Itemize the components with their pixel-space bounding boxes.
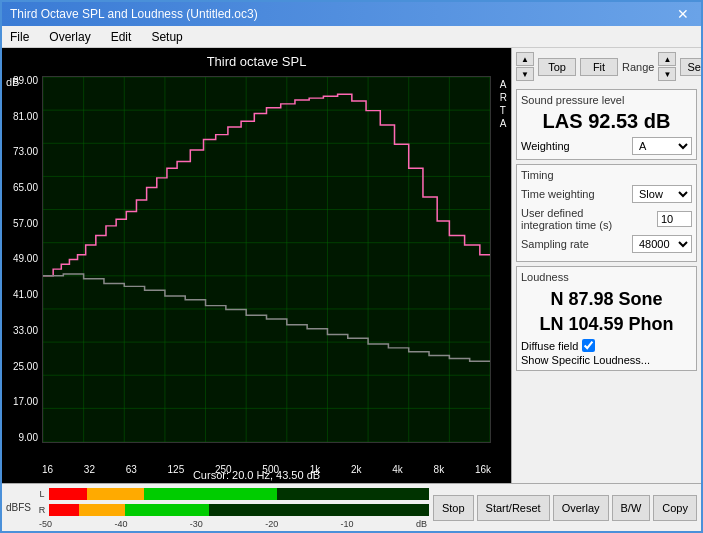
menu-overlay[interactable]: Overlay (45, 28, 94, 46)
chart-svg (43, 77, 490, 442)
sampling-select[interactable]: 48000 44100 96000 (632, 235, 692, 253)
top-button[interactable]: Top (538, 58, 576, 76)
x-label-7: 2k (351, 464, 362, 475)
integration-input[interactable]: 10 (657, 211, 692, 227)
left-meter-bar (49, 488, 429, 500)
chart-area: dB Third octave SPL ARTA 89.00 81.00 73.… (2, 48, 511, 483)
right-meter-bar (49, 504, 429, 516)
tick-2: -30 (190, 519, 203, 529)
menu-setup[interactable]: Setup (147, 28, 186, 46)
specific-row: Show Specific Loudness... (521, 354, 692, 366)
dbfs-label: dBFS (6, 502, 31, 513)
title-bar: Third Octave SPL and Loudness (Untitled.… (2, 2, 701, 26)
cursor-info: Cursor: 20.0 Hz, 43.50 dB (193, 469, 320, 481)
main-content: dB Third octave SPL ARTA 89.00 81.00 73.… (2, 48, 701, 483)
sampling-label: Sampling rate (521, 238, 632, 250)
spl-title: Sound pressure level (521, 94, 692, 106)
y-label-3: 65.00 (13, 183, 38, 193)
range-arrow-up[interactable]: ▲ (658, 52, 676, 66)
right-meter-row: R (37, 503, 429, 517)
set-button[interactable]: Set (680, 58, 701, 76)
loudness-value: N 87.98 Sone LN 104.59 Phon (521, 287, 692, 337)
integration-row: User definedintegration time (s) 10 (521, 207, 692, 231)
y-label-9: 17.00 (13, 397, 38, 407)
x-label-9: 8k (434, 464, 445, 475)
tick-1: -40 (114, 519, 127, 529)
tick-0: -50 (39, 519, 52, 529)
x-label-2: 63 (126, 464, 137, 475)
timing-title: Timing (521, 169, 692, 181)
tick-4: -10 (341, 519, 354, 529)
range-label: Range (622, 61, 654, 73)
menu-bar: File Overlay Edit Setup (2, 26, 701, 48)
y-label-5: 49.00 (13, 254, 38, 264)
loudness-section: Loudness N 87.98 Sone LN 104.59 Phon Dif… (516, 266, 697, 371)
tick-5: dB (416, 519, 427, 529)
left-meter-row: L (37, 487, 429, 501)
y-label-0: 89.00 (13, 76, 38, 86)
top-arrow-group: ▲ ▼ (516, 52, 534, 81)
y-label-8: 25.00 (13, 362, 38, 372)
y-label-4: 57.00 (13, 219, 38, 229)
x-label-8: 4k (392, 464, 403, 475)
chart-canvas[interactable] (42, 76, 491, 443)
weighting-select[interactable]: A B C Z (632, 137, 692, 155)
range-arrow-down[interactable]: ▼ (658, 67, 676, 81)
x-label-10: 16k (475, 464, 491, 475)
sampling-row: Sampling rate 48000 44100 96000 (521, 235, 692, 253)
loudness-title: Loudness (521, 271, 692, 283)
x-label-0: 16 (42, 464, 53, 475)
y-label-1: 81.00 (13, 112, 38, 122)
overlay-button[interactable]: Overlay (553, 495, 609, 521)
bw-button[interactable]: B/W (612, 495, 651, 521)
time-weighting-select[interactable]: Slow Fast Impulse (632, 185, 692, 203)
diffuse-row: Diffuse field (521, 339, 692, 352)
y-axis-labels: 89.00 81.00 73.00 65.00 57.00 49.00 41.0… (2, 76, 42, 443)
right-panel: ▲ ▼ Top Fit Range ▲ ▼ Set Sound pressure… (511, 48, 701, 483)
copy-button[interactable]: Copy (653, 495, 697, 521)
top-arrow-up[interactable]: ▲ (516, 52, 534, 66)
range-arrow-group: ▲ ▼ (658, 52, 676, 81)
x-label-3: 125 (168, 464, 185, 475)
fit-button[interactable]: Fit (580, 58, 618, 76)
spl-value: LAS 92.53 dB (521, 110, 692, 133)
timing-section: Timing Time weighting Slow Fast Impulse … (516, 164, 697, 262)
bottom-buttons: Stop Start/Reset Overlay B/W Copy (433, 495, 697, 521)
left-channel-label: L (37, 489, 47, 499)
diffuse-label: Diffuse field (521, 340, 578, 352)
meter-container: L R -50 (37, 486, 429, 529)
menu-file[interactable]: File (6, 28, 33, 46)
right-channel-label: R (37, 505, 47, 515)
integration-label: User definedintegration time (s) (521, 207, 657, 231)
loudness-line1: N 87.98 Sone (521, 287, 692, 312)
menu-edit[interactable]: Edit (107, 28, 136, 46)
y-label-7: 33.00 (13, 326, 38, 336)
x-label-1: 32 (84, 464, 95, 475)
diffuse-checkbox[interactable] (582, 339, 595, 352)
start-reset-button[interactable]: Start/Reset (477, 495, 550, 521)
bottom-bar: dBFS L R (2, 483, 701, 531)
time-weighting-label: Time weighting (521, 188, 632, 200)
y-label-6: 41.00 (13, 290, 38, 300)
chart-title: Third octave SPL (207, 54, 307, 69)
tick-3: -20 (265, 519, 278, 529)
arta-label: ARTA (500, 78, 507, 130)
weighting-label: Weighting (521, 140, 570, 152)
stop-button[interactable]: Stop (433, 495, 474, 521)
top-controls: ▲ ▼ Top Fit Range ▲ ▼ Set (516, 52, 697, 81)
y-label-2: 73.00 (13, 147, 38, 157)
app-window: Third Octave SPL and Loudness (Untitled.… (0, 0, 703, 533)
meter-ticks: -50 -40 -30 -20 -10 dB (37, 519, 429, 529)
loudness-line2: LN 104.59 Phon (521, 312, 692, 337)
top-arrow-down[interactable]: ▼ (516, 67, 534, 81)
close-button[interactable]: ✕ (673, 6, 693, 22)
time-weighting-row: Time weighting Slow Fast Impulse (521, 185, 692, 203)
weighting-row: Weighting A B C Z (521, 137, 692, 155)
window-title: Third Octave SPL and Loudness (Untitled.… (10, 7, 258, 21)
show-specific-label: Show Specific Loudness... (521, 354, 650, 366)
y-label-10: 9.00 (19, 433, 38, 443)
spl-section: Sound pressure level LAS 92.53 dB Weight… (516, 89, 697, 160)
